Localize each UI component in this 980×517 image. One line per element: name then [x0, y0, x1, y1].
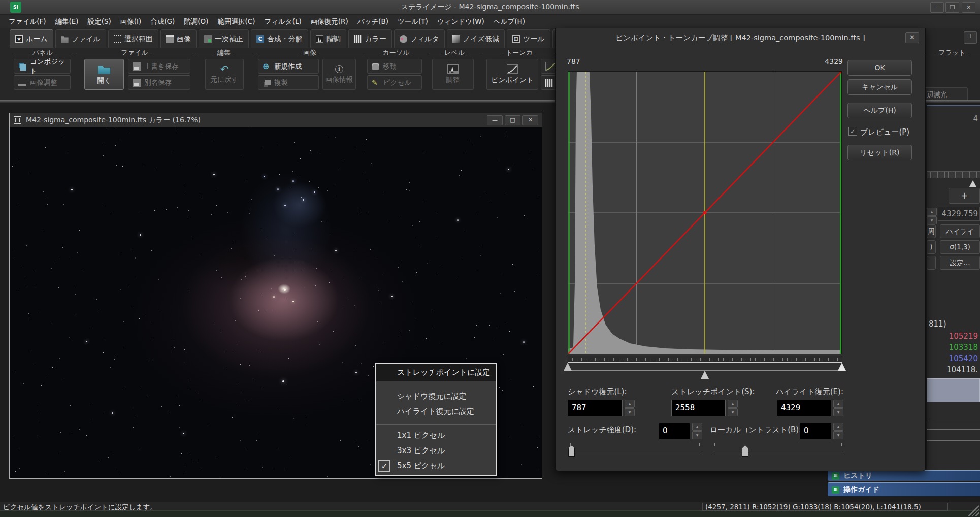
- close-button[interactable]: ✕: [962, 2, 975, 13]
- panel-plus-button[interactable]: +: [949, 188, 980, 204]
- image-info-button[interactable]: i画像情報: [322, 59, 356, 90]
- tab-noise-reduction[interactable]: ノイズ低減: [447, 29, 505, 48]
- menu-edit[interactable]: 編集(E): [51, 15, 83, 28]
- menu-file[interactable]: ファイル(F): [4, 15, 51, 28]
- menu-composite[interactable]: 合成(G): [146, 15, 179, 28]
- menu-item-1x1-pixel[interactable]: 1x1 ピクセル: [376, 428, 496, 443]
- open-button[interactable]: 開く: [84, 59, 124, 90]
- tab-filter[interactable]: フィルタ: [394, 29, 445, 48]
- panel-selected-row[interactable]: [927, 378, 980, 402]
- dialog-close-icon[interactable]: ✕: [905, 32, 919, 43]
- menu-batch[interactable]: バッチ(B): [353, 15, 393, 28]
- highlight-spinner[interactable]: ▲▼: [833, 400, 843, 416]
- menu-restore[interactable]: 画像復元(R): [306, 15, 353, 28]
- group-label: トーンカ: [482, 49, 556, 57]
- menu-item-set-highlight-restore[interactable]: ハイライト復元に設定: [376, 404, 496, 419]
- tab-selection[interactable]: 選択範囲: [108, 29, 158, 48]
- tab-compose-decompose[interactable]: C合成・分解: [251, 29, 308, 48]
- minimize-button[interactable]: —: [930, 2, 944, 13]
- shadow-spinner[interactable]: ▲▼: [625, 400, 635, 416]
- pinpoint-button[interactable]: ピンポイント: [486, 59, 538, 90]
- restore-button[interactable]: ❐: [945, 2, 959, 13]
- menu-item-set-stretch-point[interactable]: ストレッチポイントに設定: [376, 364, 496, 381]
- panel-spinner[interactable]: ▲▼: [927, 208, 937, 224]
- panel-partial-button-1[interactable]: 周: [927, 224, 936, 238]
- overwrite-save-button[interactable]: 上書き保存: [128, 59, 190, 74]
- dialog-title[interactable]: ピンポイント・トーンカーブ調整 [ M42-sigma_composite-10…: [556, 28, 925, 47]
- menu-settings[interactable]: 設定(S): [83, 15, 116, 28]
- group-label: 画像: [256, 49, 363, 57]
- panel-value-field[interactable]: 4329.759: [938, 207, 980, 221]
- tone-curve-histogram-plot[interactable]: [568, 71, 842, 354]
- shadow-marker-handle[interactable]: [564, 363, 572, 371]
- group-label: 編集: [195, 49, 252, 57]
- menu-selection[interactable]: 範囲選択(C): [213, 15, 259, 28]
- panel-sigma-button[interactable]: σ(1,3): [940, 240, 980, 254]
- image-maximize-button[interactable]: □: [505, 115, 520, 125]
- stretch-strength-slider-thumb[interactable]: [568, 445, 575, 457]
- ribbon-group-panel: パネル コンポジット 画像調整: [13, 49, 73, 102]
- help-button[interactable]: ヘルプ(H): [847, 103, 912, 118]
- stretch-point-input[interactable]: 2558: [671, 400, 726, 416]
- move-button[interactable]: 移動: [367, 59, 422, 74]
- tonecurve-extra-button-1[interactable]: [541, 59, 556, 74]
- menu-image[interactable]: 画像(I): [116, 15, 146, 28]
- image-window-title: M42-sigma_composite-100min.fts カラー (16.7…: [26, 116, 201, 125]
- tab-home[interactable]: ★ホーム: [10, 29, 53, 48]
- image-adjust-panel-button[interactable]: 画像調整: [14, 75, 71, 90]
- preview-checkbox[interactable]: ✓: [848, 127, 857, 136]
- tab-color[interactable]: カラー: [348, 29, 392, 48]
- panel-partial-button-2[interactable]: ): [927, 240, 936, 254]
- menu-window[interactable]: ウィンドウ(W): [433, 15, 489, 28]
- tonecurve-extra-button-2[interactable]: [541, 75, 556, 90]
- image-close-button[interactable]: ✕: [522, 115, 538, 125]
- menu-item-set-shadow-restore[interactable]: シャドウ復元に設定: [376, 389, 496, 404]
- reset-button[interactable]: リセット(R): [847, 145, 912, 160]
- undo-button[interactable]: ↶元に戻す: [205, 59, 244, 90]
- open-folder-icon: [98, 64, 110, 74]
- stretch-point-handle[interactable]: [701, 371, 709, 379]
- highlight-marker-handle[interactable]: [838, 363, 846, 371]
- highlight-restore-input[interactable]: 4329: [777, 400, 831, 416]
- panel-settings-button[interactable]: 設定...: [940, 256, 980, 270]
- ribbon-group-file: ファイル 開く 上書き保存 別名保存: [76, 49, 193, 102]
- panel-partial-button-3[interactable]: [927, 256, 936, 270]
- tab-file[interactable]: ファイル: [55, 29, 106, 48]
- local-contrast-spinner[interactable]: ▲▼: [833, 423, 843, 439]
- tab-gradation[interactable]: 階調: [310, 29, 346, 48]
- ribbon-group-edit: 編集 ↶元に戻す: [195, 49, 252, 102]
- menu-item-5x5-pixel[interactable]: 5x5 ピクセル: [376, 459, 496, 473]
- history-panel-bar[interactable]: SI ヒストリ: [828, 470, 980, 481]
- menu-separator: [376, 424, 496, 425]
- save-as-button[interactable]: 別名保存: [128, 75, 190, 90]
- local-contrast-slider-thumb[interactable]: [742, 445, 748, 457]
- tab-primary-correction[interactable]: 一次補正: [199, 29, 249, 48]
- local-contrast-input[interactable]: 0: [800, 423, 831, 439]
- tab-tools[interactable]: ⊞ツール: [507, 29, 550, 48]
- stretch-strength-spinner[interactable]: ▲▼: [692, 423, 702, 439]
- stretch-point-spinner[interactable]: ▲▼: [728, 400, 738, 416]
- shadow-restore-input[interactable]: 787: [568, 400, 623, 416]
- ok-button[interactable]: OK: [847, 60, 912, 76]
- panel-marker-handle[interactable]: [969, 180, 976, 187]
- menu-item-3x3-pixel[interactable]: 3x3 ピクセル: [376, 443, 496, 458]
- composite-panel-button[interactable]: コンポジット: [14, 59, 71, 74]
- stretch-strength-slider[interactable]: [570, 451, 702, 451]
- image-window-titlebar[interactable]: M42-sigma_composite-100min.fts カラー (16.7…: [10, 113, 542, 127]
- tab-image[interactable]: 画像: [160, 29, 197, 48]
- operation-guide-bar[interactable]: SI 操作ガイド: [828, 482, 980, 496]
- menu-help[interactable]: ヘルプ(H): [489, 15, 530, 28]
- menu-gradation[interactable]: 階調(O): [179, 15, 213, 28]
- level-adjust-button[interactable]: 調整: [432, 59, 474, 90]
- image-minimize-button[interactable]: —: [487, 115, 503, 125]
- local-contrast-slider[interactable]: [714, 451, 842, 451]
- menu-tools[interactable]: ツール(T): [393, 15, 433, 28]
- ribbon-pin-icon[interactable]: ⊤: [964, 31, 977, 44]
- pixel-button[interactable]: ✎ピクセル: [367, 75, 422, 90]
- menu-filter[interactable]: フィルタ(L): [259, 15, 306, 28]
- new-image-button[interactable]: ⊕新規作成: [258, 59, 319, 74]
- panel-highlight-button[interactable]: ハイライ: [940, 224, 980, 238]
- duplicate-button[interactable]: 複製: [258, 75, 319, 90]
- cancel-button[interactable]: キャンセル: [847, 79, 912, 95]
- stretch-strength-input[interactable]: 0: [659, 423, 690, 439]
